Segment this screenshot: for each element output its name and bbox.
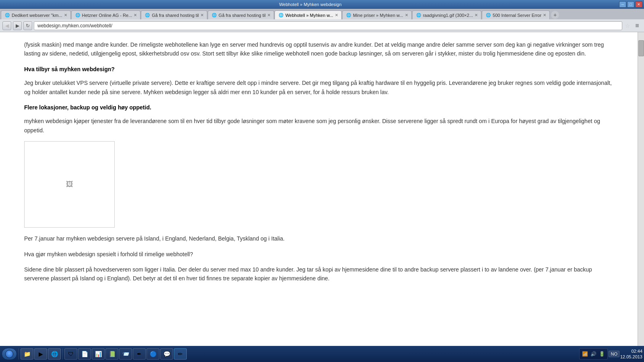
taskbar-running-vim[interactable]: ✏: [174, 348, 187, 360]
address-bar[interactable]: webdesign.myhken.com/webhotell/: [34, 21, 622, 30]
address-text: webdesign.myhken.com/webhotell/: [37, 23, 112, 29]
maximize-button[interactable]: □: [627, 1, 634, 8]
close-button[interactable]: ✕: [635, 1, 642, 8]
taskbar-separator2: [62, 348, 63, 360]
back-button[interactable]: ◀: [2, 21, 11, 30]
browser-tab-tab2[interactable]: 🌐Hetzner Online AG - Re...✕: [71, 10, 141, 19]
volume-icon: 🔊: [590, 351, 597, 357]
taskbar-running-skype[interactable]: 💬: [160, 348, 173, 360]
skype-icon: 💬: [163, 350, 170, 358]
taskbar-running-security[interactable]: 🛡: [64, 348, 77, 360]
browser-tab-tab1[interactable]: 🌐Dedikert webserver "km...✕: [1, 10, 71, 19]
tab-label: Hetzner Online AG - Re...: [82, 13, 132, 18]
tab-favicon: 🌐: [75, 12, 80, 18]
tab-favicon: 🌐: [485, 12, 491, 18]
windows-orb-icon: [5, 350, 13, 358]
tab-label: 500 Internal Server Error: [493, 13, 541, 18]
bookmark-star-icon[interactable]: ☆: [624, 22, 631, 29]
tab-close-button[interactable]: ✕: [200, 13, 204, 17]
taskbar-app-explorer[interactable]: 📁: [21, 348, 33, 360]
title-bar: Webhotell » Myhken webdesign ─ □ ✕: [0, 0, 644, 9]
content-area: (fysisk maskin) med mange andre kunder. …: [0, 32, 638, 346]
title-bar-controls: ─ □ ✕: [619, 1, 642, 8]
new-tab-button[interactable]: +: [551, 11, 559, 19]
scrollbar-thumb[interactable]: [638, 40, 644, 56]
tab-favicon: 🌐: [346, 12, 351, 18]
outlook-icon: 📨: [122, 350, 129, 358]
tab-label: Webhotell » Myhken w...: [285, 13, 333, 18]
media-player-icon: ▶: [37, 350, 44, 358]
forward-button[interactable]: ▶: [13, 21, 22, 30]
excel-icon: 📗: [108, 350, 116, 358]
clock-date: 12.05.2013: [620, 354, 642, 360]
taskbar-separator: [19, 348, 19, 360]
heading1: Hva tilbyr så myhken webdesign?: [24, 65, 613, 74]
tab-close-button[interactable]: ✕: [405, 13, 408, 17]
tab-favicon: 🌐: [278, 12, 284, 18]
browser-tab-tab5[interactable]: 🌐Webhotell » Myhken w...✕: [275, 10, 342, 19]
clock: 02:44 12.05.2013: [620, 348, 642, 360]
reload-button[interactable]: ↻: [23, 21, 32, 30]
chrome-icon: 🌐: [51, 350, 58, 358]
para3: Per 7.januar har myhken webdesign server…: [24, 234, 613, 243]
vim-icon: ✏: [177, 350, 184, 358]
tab-favicon: 🌐: [144, 12, 150, 18]
tab-close-button[interactable]: ✕: [475, 13, 478, 17]
address-bar-row: ◀ ▶ ↻ webdesign.myhken.com/webhotell/ ☆ …: [0, 19, 644, 32]
security-icon: 🛡: [67, 350, 74, 358]
blue-app-icon: 🔵: [149, 350, 157, 358]
taskbar-app-media[interactable]: ▶: [34, 348, 47, 360]
tab-close-button[interactable]: ✕: [134, 13, 137, 17]
para1: Jeg bruker utelukket VPS servere (virtue…: [24, 78, 613, 97]
taskbar: 📁 ▶ 🌐 🛡 📄 📊 📗 📨 ✒ 🔵 �: [0, 346, 644, 362]
tab-favicon: 🌐: [416, 12, 421, 18]
language-badge[interactable]: NO: [609, 351, 619, 357]
browser-tab-tab3[interactable]: 🌐Gå fra shared hosting til✕: [141, 10, 207, 19]
tab-favicon: 🌐: [211, 12, 217, 18]
browser-tab-tab4[interactable]: 🌐Gå fra shared hosting til✕: [208, 10, 274, 19]
tab-label: Mine priser » Myhken w...: [353, 13, 403, 18]
page-content: (fysisk maskin) med mange andre kunder. …: [0, 32, 644, 346]
broken-image-icon: 🖼: [66, 179, 73, 190]
network-icon: 📶: [582, 351, 588, 357]
clock-time: 02:44: [620, 348, 642, 354]
minimize-button[interactable]: ─: [619, 1, 626, 8]
tab-close-button[interactable]: ✕: [335, 13, 338, 17]
folder-icon: 📁: [23, 350, 31, 358]
browser-tab-tab8[interactable]: 🌐500 Internal Server Error✕: [482, 10, 550, 19]
tab-close-button[interactable]: ✕: [64, 13, 67, 17]
visio-icon: ✒: [136, 350, 143, 358]
tab-label: Gå fra shared hosting til: [219, 13, 266, 18]
image-placeholder: 🖼: [24, 141, 115, 228]
start-button[interactable]: [2, 348, 17, 360]
tab-label: raadgivning1.gif (300×2...: [423, 13, 473, 18]
taskbar-running-app10[interactable]: 🔵: [147, 348, 159, 360]
para2: myhken webdesign kjøper tjenester fra de…: [24, 117, 613, 135]
system-tray: 📶 🔊 🔋: [579, 348, 608, 360]
taskbar-running-powerpoint[interactable]: 📊: [92, 348, 105, 360]
taskbar-app-chrome[interactable]: 🌐: [48, 348, 61, 360]
tab-label: Dedikert webserver "km...: [12, 13, 62, 18]
tab-close-button[interactable]: ✕: [543, 13, 546, 17]
word-icon: 📄: [81, 350, 88, 358]
title-bar-title: Webhotell » Myhken webdesign: [2, 2, 619, 7]
browser-tab-tab7[interactable]: 🌐raadgivning1.gif (300×2...✕: [412, 10, 481, 19]
tab-favicon: 🌐: [4, 12, 10, 18]
heading2: Flere lokasjoner, backup og veldig høy o…: [24, 103, 613, 112]
battery-icon: 🔋: [599, 351, 605, 357]
intro-paragraph: (fysisk maskin) med mange andre kunder. …: [24, 40, 613, 58]
menu-button[interactable]: ≡: [633, 21, 642, 30]
taskbar-running-excel[interactable]: 📗: [105, 348, 118, 360]
browser-window: Webhotell » Myhken webdesign ─ □ ✕ 🌐Dedi…: [0, 0, 644, 362]
para4: Sidene dine blir plassert på hovedserver…: [24, 265, 613, 283]
question1: Hva gjør myhken webdesign spesielt i for…: [24, 250, 613, 259]
tab-label: Gå fra shared hosting til: [152, 13, 199, 18]
taskbar-running-word[interactable]: 📄: [78, 348, 91, 360]
taskbar-running-app9[interactable]: ✒: [133, 348, 146, 360]
tab-bar: 🌐Dedikert webserver "km...✕🌐Hetzner Onli…: [0, 9, 644, 19]
scrollbar[interactable]: [638, 32, 644, 346]
tab-close-button[interactable]: ✕: [267, 13, 270, 17]
powerpoint-icon: 📊: [95, 350, 102, 358]
taskbar-running-outlook[interactable]: 📨: [119, 348, 132, 360]
browser-tab-tab6[interactable]: 🌐Mine priser » Myhken w...✕: [342, 10, 412, 19]
